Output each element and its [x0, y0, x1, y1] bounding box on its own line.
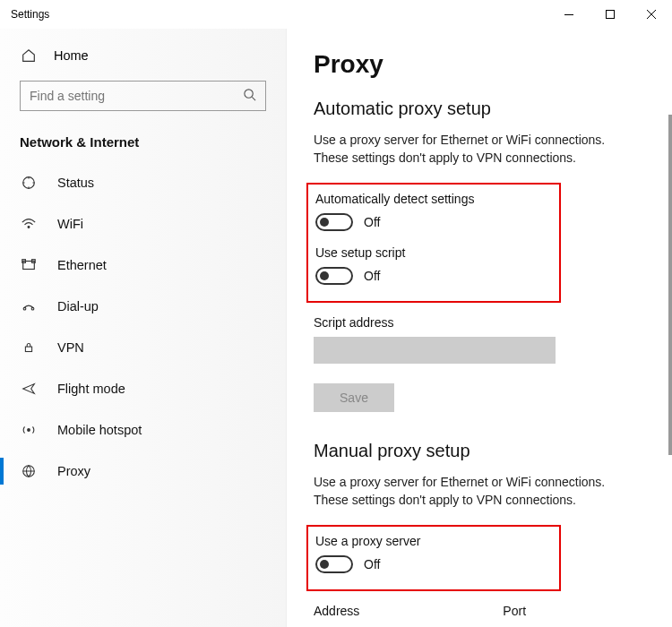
svg-point-14 [28, 429, 30, 432]
detect-label: Automatically detect settings [315, 192, 552, 206]
svg-point-11 [23, 307, 26, 310]
script-address-input[interactable] [314, 337, 556, 364]
sidebar-home[interactable]: Home [0, 38, 286, 73]
status-icon [20, 174, 38, 192]
detect-toggle[interactable] [315, 213, 353, 231]
main-content: Proxy Automatic proxy setup Use a proxy … [287, 29, 672, 627]
dialup-icon [20, 297, 38, 315]
sidebar-item-flight[interactable]: Flight mode [0, 368, 286, 409]
svg-rect-0 [564, 14, 573, 15]
script-toggle[interactable] [315, 267, 353, 285]
flight-icon [20, 380, 38, 398]
search-input[interactable] [20, 81, 266, 111]
script-address-label: Script address [314, 315, 645, 330]
sidebar-item-label: WiFi [57, 217, 83, 231]
search-icon [243, 88, 256, 105]
title-bar: Settings [0, 0, 672, 29]
sidebar-item-label: Status [57, 176, 94, 190]
sidebar-item-status[interactable]: Status [0, 162, 286, 203]
highlight-auto: Automatically detect settings Off Use se… [306, 183, 561, 303]
home-label: Home [54, 48, 89, 63]
svg-line-5 [252, 97, 255, 100]
section-auto-desc: Use a proxy server for Ethernet or WiFi … [314, 132, 636, 167]
sidebar-item-label: Dial-up [57, 299, 99, 314]
svg-rect-1 [607, 11, 615, 19]
ethernet-icon [20, 256, 38, 274]
wifi-icon [20, 215, 38, 233]
save-button[interactable]: Save [314, 383, 394, 412]
script-state: Off [364, 269, 380, 283]
svg-point-4 [245, 89, 253, 97]
hotspot-icon [20, 421, 38, 439]
address-label: Address [314, 604, 359, 618]
sidebar-item-dialup[interactable]: Dial-up [0, 286, 286, 327]
sidebar: Home Network & Internet Status WiFi [0, 29, 287, 627]
use-proxy-label: Use a proxy server [315, 534, 552, 548]
sidebar-item-wifi[interactable]: WiFi [0, 203, 286, 245]
port-label: Port [503, 604, 526, 618]
sidebar-item-hotspot[interactable]: Mobile hotspot [0, 409, 286, 451]
proxy-icon [20, 462, 38, 480]
sidebar-item-label: Flight mode [57, 382, 125, 396]
category-title: Network & Internet [0, 125, 286, 162]
window-title: Settings [11, 8, 49, 21]
detect-state: Off [364, 215, 380, 229]
home-icon [20, 47, 38, 64]
sidebar-item-label: Proxy [57, 464, 90, 478]
page-title: Proxy [314, 50, 645, 79]
use-proxy-state: Off [364, 557, 380, 571]
sidebar-item-ethernet[interactable]: Ethernet [0, 245, 286, 286]
svg-point-6 [23, 177, 35, 189]
section-manual-desc: Use a proxy server for Ethernet or WiFi … [314, 474, 636, 509]
vpn-icon [20, 339, 38, 356]
sidebar-item-vpn[interactable]: VPN [0, 327, 286, 368]
sidebar-item-proxy[interactable]: Proxy [0, 451, 286, 492]
use-proxy-toggle[interactable] [315, 555, 353, 573]
search-field[interactable] [30, 89, 243, 103]
sidebar-item-label: Mobile hotspot [57, 423, 142, 437]
close-button[interactable] [631, 0, 672, 29]
maximize-button[interactable] [590, 0, 631, 29]
minimize-button[interactable] [548, 0, 590, 29]
highlight-manual: Use a proxy server Off [306, 525, 561, 591]
scrollbar[interactable] [668, 115, 672, 455]
svg-point-12 [31, 307, 34, 310]
sidebar-item-label: Ethernet [57, 258, 107, 272]
sidebar-item-label: VPN [57, 340, 84, 355]
section-auto-title: Automatic proxy setup [314, 99, 645, 119]
script-label: Use setup script [315, 245, 552, 260]
section-manual-title: Manual proxy setup [314, 441, 645, 461]
svg-rect-13 [25, 347, 31, 351]
svg-point-7 [28, 227, 30, 228]
